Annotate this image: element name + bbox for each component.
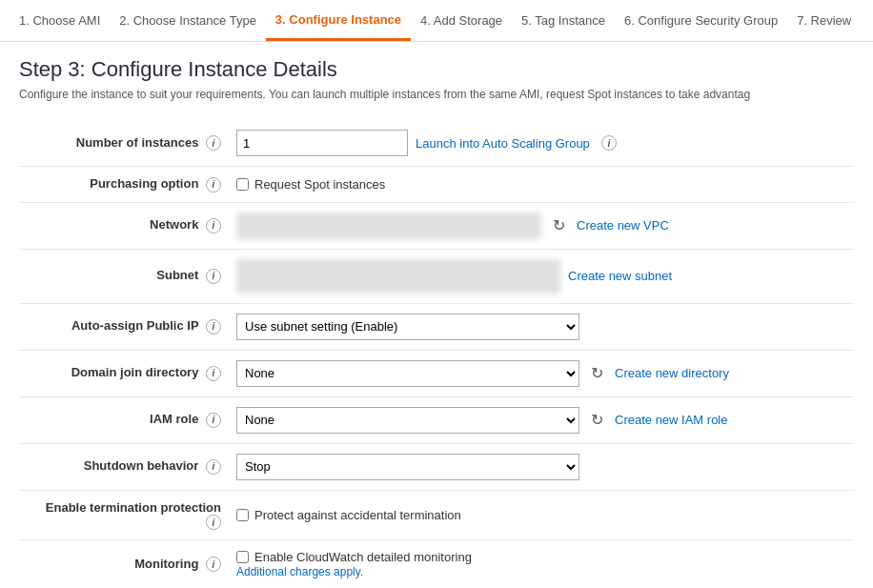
auto-assign-ip-label: Auto-assign Public IP <box>71 318 198 333</box>
auto-assign-ip-select[interactable]: Use subnet setting (Enable) Use subnet s… <box>236 314 579 340</box>
create-new-subnet-link[interactable]: Create new subnet <box>568 269 672 283</box>
subnet-info-icon[interactable]: i <box>206 269 221 284</box>
request-spot-checkbox[interactable] <box>236 178 249 191</box>
breadcrumb-item-configure-instance[interactable]: 3. Configure Instance <box>266 0 411 41</box>
domain-join-info-icon[interactable]: i <box>206 366 221 381</box>
subnet-label: Subnet <box>156 268 198 282</box>
request-spot-checkbox-label: Request Spot instances <box>236 177 846 192</box>
network-value-blurred <box>236 213 541 239</box>
monitoring-checkbox-text: Enable CloudWatch detailed monitoring <box>254 550 472 564</box>
auto-assign-ip-info-icon[interactable]: i <box>206 319 221 335</box>
iam-role-select[interactable]: None <box>236 407 579 434</box>
iam-role-info-icon[interactable]: i <box>206 413 221 428</box>
shutdown-behavior-info-icon[interactable]: i <box>206 459 221 475</box>
network-info-icon[interactable]: i <box>206 218 221 233</box>
shutdown-behavior-select[interactable]: Stop Terminate <box>236 454 579 480</box>
create-new-vpc-link[interactable]: Create new VPC <box>577 218 669 233</box>
purchasing-option-label: Purchasing option <box>90 176 198 191</box>
termination-protection-checkbox[interactable] <box>236 509 249 521</box>
monitoring-info-icon[interactable]: i <box>206 557 221 572</box>
monitoring-checkbox-label: Enable CloudWatch detailed monitoring <box>236 550 846 564</box>
page-description: Configure the instance to suit your requ… <box>19 88 854 101</box>
monitoring-additional-charges-link[interactable]: Additional charges apply. <box>236 565 363 578</box>
number-of-instances-label: Number of instances <box>76 135 199 150</box>
iam-role-refresh-icon[interactable]: ↻ <box>591 411 603 429</box>
launch-into-asg-link[interactable]: Launch into Auto Scaling Group <box>416 136 590 151</box>
termination-protection-info-icon[interactable]: i <box>206 515 221 530</box>
breadcrumb-item-review[interactable]: 7. Review <box>787 0 861 41</box>
domain-join-select[interactable]: None <box>236 360 579 387</box>
network-label: Network <box>150 217 198 232</box>
breadcrumb-item-add-storage[interactable]: 4. Add Storage <box>411 0 512 41</box>
termination-protection-label: Enable termination protection <box>46 500 221 515</box>
breadcrumb-item-tag-instance[interactable]: 5. Tag Instance <box>512 0 615 41</box>
page-title: Step 3: Configure Instance Details <box>19 57 854 82</box>
number-of-instances-info-icon[interactable]: i <box>206 135 221 151</box>
domain-join-label: Domain join directory <box>71 365 199 379</box>
create-new-directory-link[interactable]: Create new directory <box>615 366 729 380</box>
termination-protection-checkbox-label: Protect against accidental termination <box>236 508 846 522</box>
network-refresh-icon[interactable]: ↻ <box>553 216 565 234</box>
shutdown-behavior-label: Shutdown behavior <box>84 458 199 473</box>
monitoring-checkbox[interactable] <box>236 551 249 563</box>
iam-role-label: IAM role <box>150 412 198 426</box>
purchasing-option-info-icon[interactable]: i <box>206 177 221 193</box>
subnet-value-blurred <box>236 259 560 294</box>
breadcrumb-item-choose-instance-type[interactable]: 2. Choose Instance Type <box>110 0 266 41</box>
termination-protection-text: Protect against accidental termination <box>254 508 461 522</box>
create-new-iam-role-link[interactable]: Create new IAM role <box>615 413 728 427</box>
breadcrumb: 1. Choose AMI2. Choose Instance Type3. C… <box>0 0 873 42</box>
number-of-instances-input[interactable] <box>236 130 408 156</box>
request-spot-label-text: Request Spot instances <box>254 177 385 192</box>
launch-asg-info-icon[interactable]: i <box>601 135 617 151</box>
monitoring-label: Monitoring <box>134 557 198 571</box>
domain-join-refresh-icon[interactable]: ↻ <box>591 364 603 382</box>
breadcrumb-item-choose-ami[interactable]: 1. Choose AMI <box>10 0 110 41</box>
breadcrumb-item-configure-security-group[interactable]: 6. Configure Security Group <box>615 0 787 41</box>
